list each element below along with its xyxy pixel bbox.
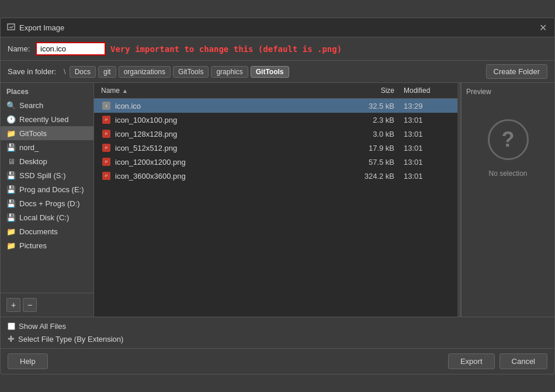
preview-icon: ? (488, 119, 529, 160)
file-modified: 13:01 (404, 116, 450, 124)
sidebar-nord-label: nord_ (19, 143, 39, 152)
file-list-header: Name ▲ Size Modified (94, 83, 457, 99)
table-row[interactable]: P icon_128x128.png 3.0 kB 13:01 (94, 127, 457, 141)
drive-icon-docs-progs: 💾 (6, 199, 16, 208)
filename-input[interactable] (36, 42, 106, 55)
sidebar-item-ssd-spill[interactable]: 💾 SSD Spill (S:) (1, 168, 93, 182)
create-folder-button[interactable]: Create Folder (486, 64, 547, 79)
cancel-button[interactable]: Cancel (500, 353, 547, 369)
export-button[interactable]: Export (448, 353, 495, 369)
close-button[interactable]: ✕ (537, 22, 549, 33)
sidebar-item-pictures[interactable]: 📁 Pictures (1, 238, 93, 252)
sidebar-item-prog-docs[interactable]: 💾 Prog and Docs (E:) (1, 182, 93, 196)
select-file-type-row[interactable]: ✚ Select File Type (By Extension) (8, 334, 547, 344)
file-name: icon_100x100.png (115, 116, 357, 124)
table-row[interactable]: I icon.ico 32.5 kB 13:29 (94, 99, 457, 113)
save-in-folder-label: Save in folder: (8, 67, 60, 76)
file-icon-png: P (101, 115, 112, 125)
remove-bookmark-button[interactable]: − (23, 298, 37, 312)
preview-no-selection: No selection (488, 169, 527, 178)
file-size: 3.0 kB (357, 130, 404, 138)
column-size[interactable]: Size (357, 86, 404, 95)
folder-icon-documents: 📁 (6, 227, 16, 236)
sidebar-item-docs-progs[interactable]: 💾 Docs + Progs (D:) (1, 196, 93, 210)
file-icon-png: P (101, 171, 112, 181)
sidebar-gittools-label: GitTools (19, 129, 47, 138)
sidebar-search-label: Search (19, 101, 43, 110)
filename-annotation: Very important to change this (default i… (110, 44, 342, 54)
breadcrumb-organizations[interactable]: organizations (119, 66, 171, 78)
titlebar: Export Image ✕ (1, 18, 554, 37)
drive-icon-prog: 💾 (6, 185, 16, 194)
sidebar-item-desktop[interactable]: 🖥 Desktop (1, 154, 93, 168)
file-size: 2.3 kB (357, 116, 404, 124)
preview-area: Preview ? No selection (461, 83, 554, 317)
file-modified: 13:29 (404, 102, 450, 110)
file-modified: 13:01 (404, 144, 450, 152)
main-area: Places 🔍 Search 🕐 Recently Used 📁 GitToo… (1, 83, 554, 317)
dialog-title: Export Image (19, 23, 64, 32)
show-all-files-checkbox[interactable] (8, 322, 15, 330)
sidebar-item-local-disk[interactable]: 💾 Local Disk (C:) (1, 210, 93, 224)
file-size: 32.5 kB (357, 102, 404, 110)
column-modified[interactable]: Modified (404, 86, 450, 95)
breadcrumb-separator: \ (64, 67, 66, 76)
help-button[interactable]: Help (8, 353, 48, 369)
search-icon: 🔍 (6, 100, 16, 110)
file-name: icon_128x128.png (115, 130, 357, 138)
drive-icon-ssd: 💾 (6, 171, 16, 180)
table-row[interactable]: P icon_1200x1200.png 57.5 kB 13:01 (94, 155, 457, 169)
sidebar-local-disk-label: Local Disk (C:) (19, 213, 69, 222)
sidebar-prog-docs-label: Prog and Docs (E:) (19, 185, 84, 194)
sidebar-item-gittools[interactable]: 📁 GitTools (1, 126, 93, 140)
folder-icon-pictures: 📁 (6, 241, 16, 250)
sidebar-docs-progs-label: Docs + Progs (D:) (19, 199, 80, 208)
bottom-bar: Show All Files ✚ Select File Type (By Ex… (1, 317, 554, 348)
file-icon-png: P (101, 129, 112, 139)
add-bookmark-button[interactable]: + (6, 298, 20, 312)
breadcrumb-graphics[interactable]: graphics (211, 66, 248, 78)
file-size: 324.2 kB (357, 172, 404, 181)
drive-icon-local: 💾 (6, 213, 16, 222)
table-row[interactable]: P icon_100x100.png 2.3 kB 13:01 (94, 113, 457, 127)
sidebar-bottom-buttons: + − (1, 293, 93, 317)
sidebar-item-nord[interactable]: 💾 nord_ (1, 140, 93, 154)
action-right-buttons: Export Cancel (448, 353, 547, 369)
breadcrumb-git[interactable]: git (98, 66, 116, 78)
sidebar-item-recently-used[interactable]: 🕐 Recently Used (1, 112, 93, 126)
select-file-type-label: Select File Type (By Extension) (18, 335, 123, 344)
sidebar-pictures-label: Pictures (19, 241, 47, 250)
file-name: icon_3600x3600.png (115, 172, 357, 181)
file-modified: 13:01 (404, 172, 450, 181)
name-row: Name: Very important to change this (def… (1, 37, 554, 61)
export-image-dialog: Export Image ✕ Name: Very important to c… (0, 18, 555, 374)
breadcrumb-gittools1[interactable]: GitTools (173, 66, 209, 78)
folder-icon-gittools: 📁 (6, 129, 16, 138)
expand-icon: ✚ (8, 334, 15, 344)
sidebar-documents-label: Documents (19, 227, 58, 236)
file-name: icon.ico (115, 102, 357, 110)
breadcrumb-gittools2[interactable]: GitTools (251, 66, 289, 78)
file-size: 17.9 kB (357, 144, 404, 152)
sidebar: Places 🔍 Search 🕐 Recently Used 📁 GitToo… (1, 83, 94, 317)
file-modified: 13:01 (404, 130, 450, 138)
file-icon-ico: I (101, 100, 112, 111)
file-size: 57.5 kB (357, 158, 404, 166)
preview-label: Preview (466, 88, 491, 96)
recently-used-icon: 🕐 (6, 115, 16, 124)
file-modified: 13:01 (404, 158, 450, 166)
file-name: icon_1200x1200.png (115, 158, 357, 166)
sidebar-recently-used-label: Recently Used (19, 115, 69, 124)
file-icon-png: P (101, 157, 112, 167)
table-row[interactable]: P icon_3600x3600.png 324.2 kB 13:01 (94, 169, 457, 183)
show-all-files-row[interactable]: Show All Files (8, 322, 547, 331)
column-name[interactable]: Name ▲ (101, 86, 357, 95)
drive-icon-nord: 💾 (6, 143, 16, 152)
sidebar-item-search[interactable]: 🔍 Search (1, 98, 93, 112)
file-area: Name ▲ Size Modified I icon.ico 32.5 kB … (94, 83, 457, 317)
sidebar-item-documents[interactable]: 📁 Documents (1, 224, 93, 238)
file-name: icon_512x512.png (115, 144, 357, 152)
breadcrumb-docs[interactable]: Docs (70, 66, 96, 78)
show-all-files-label: Show All Files (19, 322, 66, 331)
table-row[interactable]: P icon_512x512.png 17.9 kB 13:01 (94, 141, 457, 155)
